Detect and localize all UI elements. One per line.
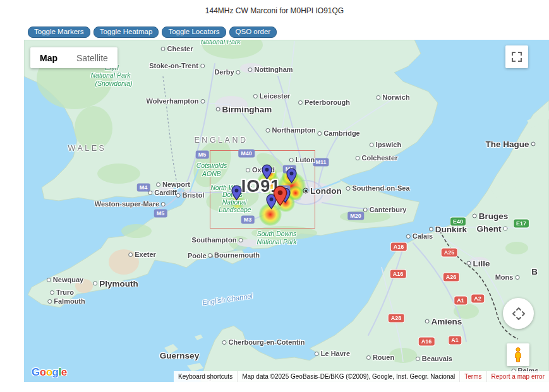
map-type-satellite-button[interactable]: Satellite [67, 47, 118, 68]
fullscreen-button[interactable] [505, 45, 528, 68]
map-marker-purple[interactable] [262, 164, 272, 182]
keyboard-shortcuts-link[interactable]: Keyboard shortcuts [174, 371, 237, 382]
google-logo[interactable]: Google [32, 366, 67, 379]
toggle-heatmap-button[interactable]: Toggle Heatmap [94, 27, 159, 38]
page-title: 144MHz CW Marconi for M0HPI IO91QG [0, 6, 549, 15]
map-type-control: Map Satellite [30, 47, 118, 68]
google-logo-letter: G [32, 366, 40, 378]
pegman-button[interactable] [507, 343, 529, 366]
map-type-map-button[interactable]: Map [30, 47, 67, 68]
attribution-bar: Keyboard shortcuts Map data ©2025 GeoBas… [174, 371, 549, 382]
google-logo-letter: o [40, 366, 46, 378]
google-logo-letter: e [61, 366, 67, 378]
toggle-markers-button[interactable]: Toggle Markers [28, 27, 90, 38]
pegman-icon [511, 347, 525, 363]
google-logo-letter: o [46, 366, 52, 378]
report-error-link[interactable]: Report a map error [486, 371, 549, 382]
qso-order-button[interactable]: QSO order [229, 27, 277, 38]
fullscreen-icon [511, 51, 522, 62]
map-base-geography [24, 40, 549, 382]
map-marker-purple[interactable] [286, 168, 297, 186]
toggle-locators-button[interactable]: Toggle Locators [162, 27, 226, 38]
google-logo-letter: g [52, 366, 59, 378]
toolbar: Toggle Markers Toggle Heatmap Toggle Loc… [28, 27, 277, 38]
pan-control[interactable] [503, 298, 534, 329]
map-marker-red[interactable] [273, 186, 287, 209]
terms-link[interactable]: Terms [459, 371, 486, 382]
pan-arrows-icon [508, 303, 529, 324]
map-marker-purple[interactable] [231, 185, 242, 203]
map-data-text: Map data ©2025 GeoBasis-DE/BKG (©2009), … [237, 371, 459, 382]
map[interactable]: M5M5M4M40M1M11M25M3M20A16A16A25A26A28A16… [24, 40, 549, 382]
